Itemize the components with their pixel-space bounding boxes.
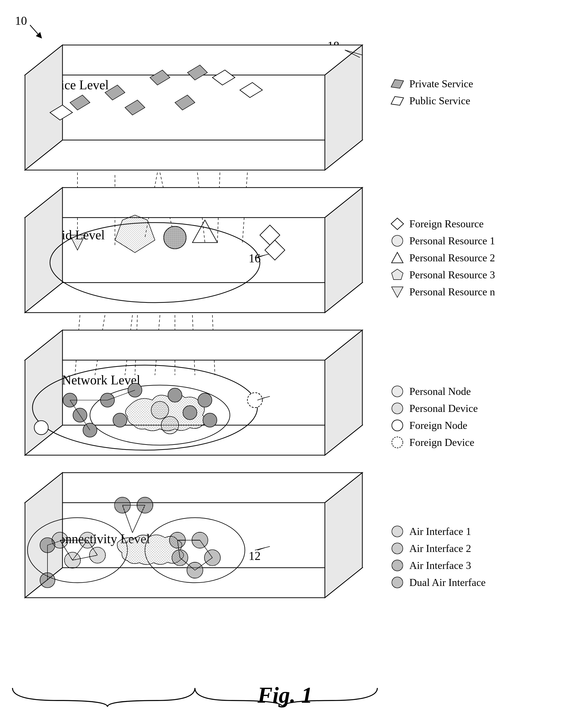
network-level-plate <box>25 330 362 455</box>
network-legend: Personal Node Personal Device <box>390 385 478 453</box>
svg-point-62 <box>247 393 262 408</box>
figure-number: Fig. 1 <box>257 682 312 708</box>
svg-marker-6 <box>105 85 125 100</box>
legend-personal-node: Personal Node <box>390 385 478 398</box>
dual-air-interface-icon <box>390 576 405 589</box>
legend-dual-air: Dual Air Interface <box>390 576 486 589</box>
private-service-icon <box>390 77 405 90</box>
connectivity-legend: Air Interface 1 Air Interface 2 <box>390 525 486 593</box>
personal-resource-2-icon <box>390 251 405 264</box>
personal-resource-3-label: Personal Resource 3 <box>409 269 495 281</box>
svg-marker-0 <box>25 140 362 170</box>
svg-point-143 <box>392 560 403 571</box>
legend-public-service: Public Service <box>390 95 473 107</box>
svg-point-57 <box>198 393 212 407</box>
page-container: 10 18 16 14 12 Service Level PM-Grid Lev… <box>0 0 570 728</box>
legend-foreign-resource: Foreign Resource <box>390 218 495 230</box>
svg-marker-124 <box>391 218 403 229</box>
legend-personal-resource-3: Personal Resource 3 <box>390 268 495 281</box>
svg-point-61 <box>34 421 48 435</box>
svg-point-126 <box>392 235 403 246</box>
legend-private-service: Private Service <box>390 77 473 90</box>
svg-marker-12 <box>240 82 262 98</box>
foreign-node-icon <box>390 419 405 432</box>
private-service-label: Private Service <box>409 78 473 90</box>
svg-point-139 <box>392 526 403 537</box>
svg-marker-33 <box>70 235 85 250</box>
svg-marker-10 <box>175 95 195 110</box>
service-legend: Private Service Public Service <box>390 77 473 112</box>
legend-air-3: Air Interface 3 <box>390 559 486 572</box>
foreign-device-label: Foreign Device <box>409 436 474 448</box>
personal-resource-3-icon <box>390 268 405 281</box>
svg-point-146 <box>392 577 403 588</box>
svg-marker-42 <box>25 425 362 455</box>
svg-point-136 <box>392 420 403 431</box>
bottom-brace-svg <box>7 683 382 713</box>
legend-personal-resource-1: Personal Resource 1 <box>390 234 495 247</box>
personal-device-label: Personal Device <box>409 402 478 414</box>
svg-point-30 <box>164 226 186 249</box>
personal-node-label: Personal Node <box>409 385 471 397</box>
svg-marker-5 <box>70 95 90 110</box>
legend-air-2: Air Interface 2 <box>390 542 486 555</box>
dual-air-interface-label: Dual Air Interface <box>409 576 486 588</box>
svg-point-55 <box>168 388 182 402</box>
svg-marker-68 <box>25 473 362 503</box>
air-interface-3-icon <box>390 559 405 572</box>
svg-marker-31 <box>193 220 217 242</box>
svg-marker-43 <box>25 330 362 360</box>
personal-device-icon <box>390 402 405 415</box>
personal-resource-n-label: Personal Resource n <box>409 286 495 298</box>
legend-foreign-node: Foreign Node <box>390 419 478 432</box>
svg-marker-127 <box>391 252 403 263</box>
svg-marker-122 <box>391 79 403 88</box>
legend-personal-resource-n: Personal Resource n <box>390 286 495 298</box>
svg-point-135 <box>392 403 403 414</box>
main-diagram-svg <box>0 0 570 728</box>
svg-point-53 <box>113 413 127 427</box>
air-interface-2-icon <box>390 542 405 555</box>
personal-resource-2-label: Personal Resource 2 <box>409 252 495 264</box>
legend-foreign-device: Foreign Device <box>390 436 478 448</box>
svg-marker-21 <box>25 283 362 313</box>
connectivity-level-plate <box>25 473 362 598</box>
personal-resource-1-icon <box>390 234 405 247</box>
svg-point-60 <box>161 416 179 434</box>
svg-marker-123 <box>391 97 403 105</box>
svg-point-133 <box>392 386 403 397</box>
svg-marker-131 <box>391 287 403 297</box>
personal-resource-n-icon <box>390 286 405 298</box>
air-interface-1-icon <box>390 525 405 538</box>
personal-node-icon <box>390 385 405 398</box>
legend-personal-device: Personal Device <box>390 402 478 415</box>
foreign-node-label: Foreign Node <box>409 419 467 431</box>
foreign-device-icon <box>390 436 405 448</box>
svg-point-58 <box>203 413 217 427</box>
svg-marker-9 <box>125 100 145 115</box>
air-interface-1-label: Air Interface 1 <box>409 525 471 537</box>
pmgrid-legend: Foreign Resource Personal Resource 1 <box>390 218 495 303</box>
legend-air-1: Air Interface 1 <box>390 525 486 538</box>
public-service-label: Public Service <box>409 95 470 107</box>
personal-resource-1-label: Personal Resource 1 <box>409 235 495 247</box>
legend-personal-resource-2: Personal Resource 2 <box>390 251 495 264</box>
foreign-resource-label: Foreign Resource <box>409 218 484 230</box>
air-interface-3-label: Air Interface 3 <box>409 559 471 571</box>
svg-point-59 <box>151 401 169 419</box>
foreign-resource-icon <box>390 218 405 230</box>
svg-point-137 <box>392 437 403 448</box>
svg-point-141 <box>392 543 403 554</box>
svg-marker-32 <box>115 215 155 252</box>
svg-marker-129 <box>391 269 403 280</box>
svg-point-56 <box>183 406 197 420</box>
public-service-icon <box>390 95 405 107</box>
air-interface-2-label: Air Interface 2 <box>409 542 471 554</box>
svg-marker-22 <box>25 188 362 218</box>
